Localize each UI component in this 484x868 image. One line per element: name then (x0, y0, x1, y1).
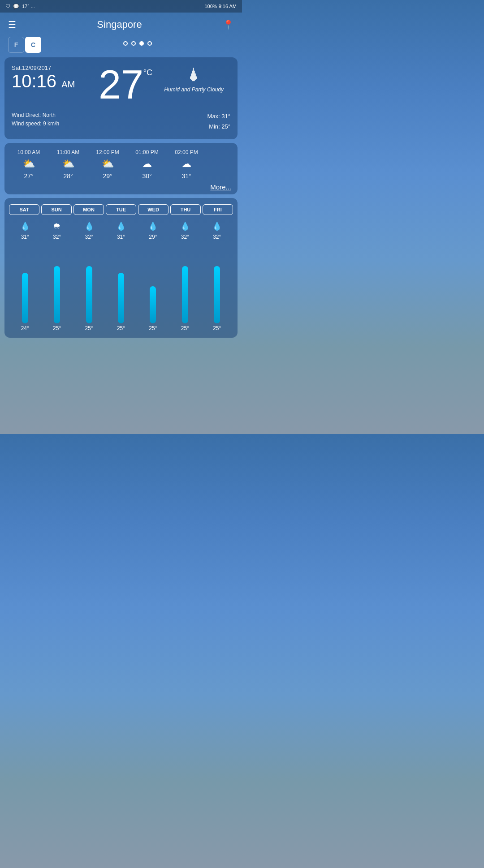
bar-chart: 31°32°32°31°29°32°32° (9, 234, 233, 323)
current-time: 10:16 AM (12, 71, 85, 91)
fahrenheit-button[interactable]: F (8, 37, 24, 53)
hour-weather-icon: ⛅ (62, 158, 74, 170)
bar-wrapper (118, 256, 124, 323)
day-tab[interactable]: SUN (41, 204, 72, 215)
bar-column: 32° (201, 234, 233, 323)
hourly-item: 11:00 AM ⛅ 28° (48, 149, 88, 180)
day-tab[interactable]: FRI (203, 204, 233, 215)
page-dot-2[interactable] (131, 41, 136, 46)
bar-column: 31° (9, 234, 41, 323)
city-name: Singapore (97, 19, 142, 30)
hour-temperature: 28° (63, 172, 73, 180)
day-tab[interactable]: SAT (9, 204, 39, 215)
hour-weather-icon: ☁ (142, 158, 152, 170)
shield-icon: 🛡 (5, 4, 10, 9)
day-tabs: SATSUNMONTUEWEDTHUFRI (9, 204, 233, 215)
temp-toggle: F C (8, 37, 41, 53)
hourly-item: 10:00 AM ⛅ 27° (9, 149, 48, 180)
max-temp-label: 32° (201, 234, 233, 240)
bar-wrapper (86, 256, 92, 323)
celsius-button[interactable]: C (25, 37, 41, 53)
weekly-weather-icon: 💧 (169, 221, 201, 231)
temperature-bar (118, 273, 124, 323)
temperature-section: 27 °C (85, 64, 158, 105)
page-dot-1[interactable] (123, 41, 128, 46)
max-temp-label: 31° (105, 234, 137, 240)
temperature-bar (182, 266, 188, 323)
status-right: 100% 9:16 AM (204, 4, 237, 9)
bar-column: 32° (169, 234, 201, 323)
bar-column: 31° (105, 234, 137, 323)
max-temp-label: 32° (73, 234, 105, 240)
weekly-weather-icon: 💧 (9, 221, 41, 231)
page-dot-3[interactable] (139, 41, 144, 46)
current-temperature: 27 (99, 62, 143, 107)
location-icon[interactable]: 📍 (223, 19, 234, 30)
min-temp-label: 25° (41, 325, 73, 331)
bar-column: 29° (137, 234, 169, 323)
condition-text: Humid and Partly Cloudy (164, 86, 224, 93)
temperature-bar (86, 266, 92, 323)
hour-temperature: 27° (24, 172, 33, 180)
current-weather-card: Sat.12/09/2017 10:16 AM 27 °C 🌢 Humid an… (4, 57, 238, 139)
bar-column: 32° (41, 234, 73, 323)
max-temp-label: 29° (137, 234, 169, 240)
hour-weather-icon: ☁ (182, 158, 191, 170)
max-temp-label: 32° (41, 234, 73, 240)
weekly-weather-icon: 🌧 (41, 221, 73, 231)
hourly-item: 01:00 PM ☁ 30° (127, 149, 167, 180)
weekly-weather-icon: 💧 (201, 221, 233, 231)
weekly-forecast-card: SATSUNMONTUEWEDTHUFRI 💧🌧💧💧💧💧💧 31°32°32°3… (4, 198, 238, 338)
wind-speed: Wind speed: 9 km/h (12, 120, 59, 128)
hour-time-label: 11:00 AM (57, 149, 80, 155)
hourly-scroll[interactable]: 10:00 AM ⛅ 27° 11:00 AM ⛅ 28° 12:00 PM ⛅… (9, 149, 233, 180)
hour-time-label: 02:00 PM (175, 149, 198, 155)
datetime-section: Sat.12/09/2017 10:16 AM (12, 64, 85, 91)
bar-wrapper (54, 256, 60, 323)
day-tab[interactable]: MON (73, 204, 104, 215)
page-indicators (41, 39, 234, 50)
temperature-bar (150, 286, 156, 323)
hour-weather-icon: ⛅ (23, 158, 35, 170)
status-left: 🛡 💬 17° ... (5, 4, 35, 9)
bar-wrapper (214, 256, 220, 323)
min-temp-label: 25° (73, 325, 105, 331)
hourly-item: 12:00 PM ⛅ 29° (88, 149, 127, 180)
wind-direction: Wind Direct: North (12, 111, 59, 120)
temperature-bar (214, 266, 220, 323)
max-temp-label: 31° (9, 234, 41, 240)
weekly-icons: 💧🌧💧💧💧💧💧 (9, 221, 233, 231)
hour-time-label: 12:00 PM (96, 149, 119, 155)
more-link[interactable]: More... (9, 180, 233, 191)
weather-footer: Wind Direct: North Wind speed: 9 km/h Ma… (12, 111, 230, 132)
hour-temperature: 30° (142, 172, 151, 180)
menu-button[interactable]: ☰ (8, 19, 16, 30)
status-bar: 🛡 💬 17° ... 100% 9:16 AM (0, 0, 242, 13)
minmax-temps: Max: 31° Min: 25° (207, 111, 230, 132)
weekly-weather-icon: 💧 (73, 221, 105, 231)
min-temp-label: 25° (137, 325, 169, 331)
app-header: ☰ Singapore 📍 (0, 13, 242, 37)
day-tab[interactable]: THU (170, 204, 201, 215)
page-dot-4[interactable] (147, 41, 152, 46)
day-tab[interactable]: WED (138, 204, 169, 215)
max-temp: Max: 31° (207, 111, 230, 121)
weekly-weather-icon: 💧 (137, 221, 169, 231)
message-icon: 💬 (13, 4, 19, 9)
rain-drops-icon: 🌢 (186, 66, 202, 84)
hour-time-label: 01:00 PM (135, 149, 158, 155)
status-temp: 17° ... (22, 4, 35, 9)
min-temp-label: 25° (169, 325, 201, 331)
wind-info: Wind Direct: North Wind speed: 9 km/h (12, 111, 59, 132)
weekly-weather-icon: 💧 (105, 221, 137, 231)
min-temp-label: 25° (105, 325, 137, 331)
day-tab[interactable]: TUE (106, 204, 136, 215)
temperature-bar (22, 273, 28, 323)
hourly-item: 02:00 PM ☁ 31° (167, 149, 206, 180)
hourly-forecast-card: 10:00 AM ⛅ 27° 11:00 AM ⛅ 28° 12:00 PM ⛅… (4, 143, 238, 194)
bar-wrapper (182, 256, 188, 323)
min-temp-label: 25° (201, 325, 233, 331)
hour-temperature: 31° (182, 172, 191, 180)
hour-time-label: 10:00 AM (17, 149, 40, 155)
temp-unit: °C (143, 68, 152, 77)
